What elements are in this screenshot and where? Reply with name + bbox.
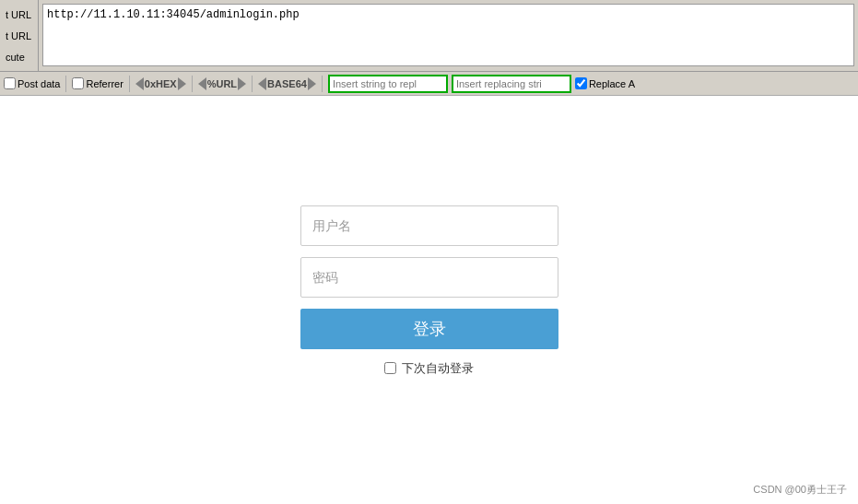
auto-login-checkbox[interactable]: [384, 362, 396, 374]
auto-login-text: 下次自动登录: [402, 360, 474, 377]
replace-all-text: Replace A: [589, 78, 635, 89]
base64-label: BASE64: [267, 78, 307, 89]
divider-3: [192, 76, 193, 92]
url-encode-btn[interactable]: [198, 77, 206, 90]
top-bar: t URL t URL cute http://11.1.10.11:34045…: [0, 0, 858, 96]
username-input[interactable]: [300, 205, 558, 246]
0xhex-arrow-group: 0xHEX: [135, 77, 186, 90]
replace-all-label[interactable]: Replace A: [575, 77, 635, 89]
url-area: t URL t URL cute http://11.1.10.11:34045…: [0, 0, 858, 72]
label-t-url-1: t URL: [6, 9, 32, 20]
options-bar: Post data Referrer 0xHEX %URL BASE64: [0, 72, 858, 96]
url-label: %URL: [207, 78, 237, 89]
divider-1: [65, 76, 66, 92]
base64-decode-btn[interactable]: [308, 77, 316, 90]
url-decode-btn[interactable]: [238, 77, 246, 90]
base64-arrow-group: BASE64: [258, 77, 316, 90]
insert-string-input[interactable]: [328, 75, 448, 93]
auto-login-label[interactable]: 下次自动登录: [384, 360, 474, 377]
divider-5: [322, 76, 323, 92]
login-button[interactable]: 登录: [300, 309, 558, 349]
url-arrow-group: %URL: [198, 77, 246, 90]
label-cute: cute: [6, 52, 32, 63]
url-textarea-wrap: http://11.1.10.11:34045/adminlogin.php: [39, 0, 858, 71]
0xhex-label: 0xHEX: [145, 78, 177, 89]
label-t-url-2: t URL: [6, 30, 32, 41]
left-labels: t URL t URL cute: [0, 0, 39, 71]
insert-replacing-input[interactable]: [452, 75, 571, 93]
watermark: CSDN @00勇士王子: [753, 483, 847, 497]
post-data-checkbox[interactable]: [4, 77, 16, 89]
url-input[interactable]: http://11.1.10.11:34045/adminlogin.php: [42, 4, 854, 66]
divider-4: [252, 76, 253, 92]
main-content: 登录 下次自动登录 CSDN @00勇士王子: [0, 96, 858, 504]
divider-2: [129, 76, 130, 92]
login-box: 登录 下次自动登录: [300, 205, 558, 377]
replace-all-checkbox[interactable]: [575, 77, 587, 89]
base64-encode-btn[interactable]: [258, 77, 266, 90]
referrer-label: Referrer: [86, 78, 123, 89]
referrer-checkbox-label[interactable]: Referrer: [72, 77, 123, 89]
referrer-checkbox[interactable]: [72, 77, 84, 89]
post-data-checkbox-label[interactable]: Post data: [4, 77, 60, 89]
password-input[interactable]: [300, 257, 558, 298]
0xhex-decode-btn[interactable]: [178, 77, 186, 90]
0xhex-encode-btn[interactable]: [135, 77, 144, 90]
post-data-label: Post data: [18, 78, 60, 89]
